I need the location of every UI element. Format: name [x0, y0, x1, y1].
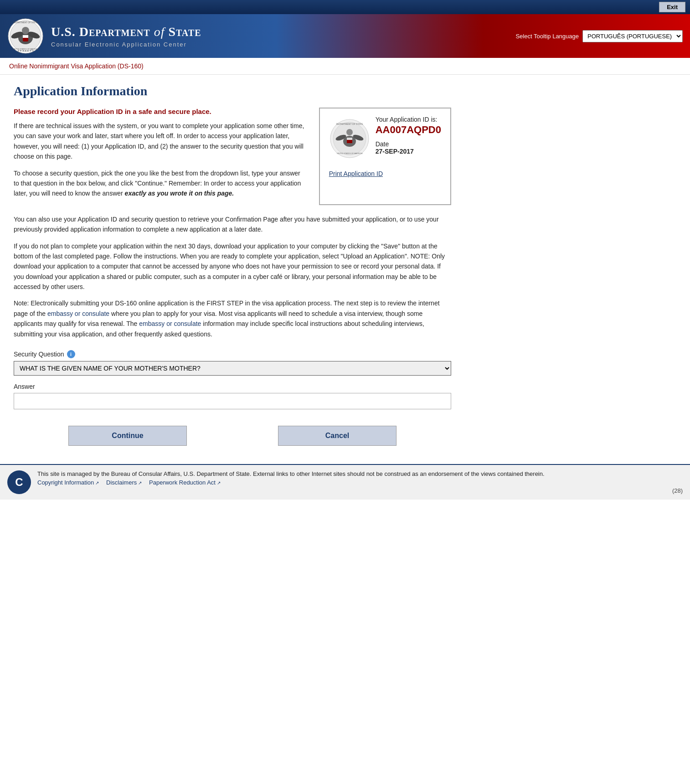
svg-text:DEPARTMENT OF STATE: DEPARTMENT OF STATE [336, 123, 363, 125]
button-row: Continue Cancel [14, 426, 451, 446]
breadcrumb-link[interactable]: Online Nonimmigrant Visa Application (DS… [9, 62, 144, 70]
disclaimers-link[interactable]: Disclaimers [106, 479, 142, 486]
page-title: Application Information [14, 84, 451, 98]
paperwork-link[interactable]: Paperwork Reduction Act [149, 479, 221, 486]
security-question-dropdown[interactable]: WHAT IS THE GIVEN NAME OF YOUR MOTHER'S … [14, 361, 451, 376]
svg-point-5 [22, 27, 29, 34]
info-icon[interactable]: i [67, 350, 75, 358]
continue-button[interactable]: Continue [68, 426, 187, 446]
answer-input[interactable] [14, 393, 451, 409]
department-seal: ★ ★ ★ ★ ★ ★ ★ DEPARTMENT OF STATE UNITED… [7, 18, 44, 54]
para1: If there are technical issues with the s… [14, 121, 305, 162]
app-id-description: Please record your Application ID in a s… [14, 108, 305, 205]
footer-logo: C [7, 470, 31, 494]
subtitle-text: Consular Electronic Application Center [51, 41, 515, 48]
copyright-link[interactable]: Copyright Information [37, 479, 99, 486]
application-id-box: DEPARTMENT OF STATE UNITED STATES OF AME… [319, 108, 451, 205]
app-id-box-inner: DEPARTMENT OF STATE UNITED STATES OF AME… [329, 116, 441, 163]
main-title-text: U.S. Department of State [51, 25, 515, 39]
svg-text:DEPARTMENT OF STATE: DEPARTMENT OF STATE [13, 21, 37, 24]
app-id-label: Your Application ID is: [376, 116, 441, 123]
header-title: U.S. Department of State Consular Electr… [51, 25, 515, 48]
para2: To choose a security question, pick the … [14, 168, 305, 199]
security-question-label: Security Question i [14, 350, 451, 358]
app-id-date-value: 27-SEP-2017 [376, 148, 441, 155]
para4: If you do not plan to complete your appl… [14, 241, 451, 292]
print-application-id-link[interactable]: Print Application ID [329, 170, 383, 177]
para5: Note: Electronically submitting your DS-… [14, 298, 451, 339]
svg-rect-18 [347, 138, 352, 140]
svg-rect-7 [23, 35, 28, 38]
exit-button[interactable]: Exit [659, 2, 685, 12]
header: ★ ★ ★ ★ ★ ★ ★ DEPARTMENT OF STATE UNITED… [0, 14, 690, 58]
app-id-info: Your Application ID is: AA007AQPD0 Date … [376, 116, 441, 155]
app-id-section: Please record your Application ID in a s… [14, 108, 451, 205]
svg-text:UNITED STATES OF AMERICA: UNITED STATES OF AMERICA [336, 152, 362, 155]
page-number: (28) [672, 487, 683, 494]
breadcrumb: Online Nonimmigrant Visa Application (DS… [0, 58, 690, 75]
answer-label: Answer [14, 383, 451, 390]
security-form: Security Question i WHAT IS THE GIVEN NA… [14, 350, 451, 409]
para3: You can also use your Application ID and… [14, 214, 451, 235]
footer-text-area: This site is managed by the Bureau of Co… [37, 470, 666, 486]
footer-links: Copyright Information Disclaimers Paperw… [37, 479, 666, 486]
top-bar: Exit [0, 0, 690, 14]
embassy-link-1[interactable]: embassy or consulate [47, 310, 109, 317]
svg-point-16 [346, 129, 353, 135]
footer-description: This site is managed by the Bureau of Co… [37, 470, 666, 477]
main-content: Application Information Please record yo… [0, 75, 465, 464]
warning-text: Please record your Application ID in a s… [14, 108, 305, 115]
language-dropdown[interactable]: PORTUGUÊS (PORTUGUESE) ENGLISH ESPAÑOL (… [582, 30, 683, 42]
app-id-seal: DEPARTMENT OF STATE UNITED STATES OF AME… [329, 116, 370, 163]
app-id-value: AA007AQPD0 [376, 124, 441, 136]
lang-label: Select Tooltip Language [515, 33, 579, 40]
language-selector-area: Select Tooltip Language PORTUGUÊS (PORTU… [515, 30, 683, 42]
embassy-link-2[interactable]: embassy or consulate [139, 320, 201, 327]
app-id-date-label: Date [376, 140, 441, 148]
footer: C This site is managed by the Bureau of … [0, 464, 690, 500]
svg-text:UNITED STATES OF AMERICA: UNITED STATES OF AMERICA [13, 48, 39, 50]
cancel-button[interactable]: Cancel [278, 426, 396, 446]
